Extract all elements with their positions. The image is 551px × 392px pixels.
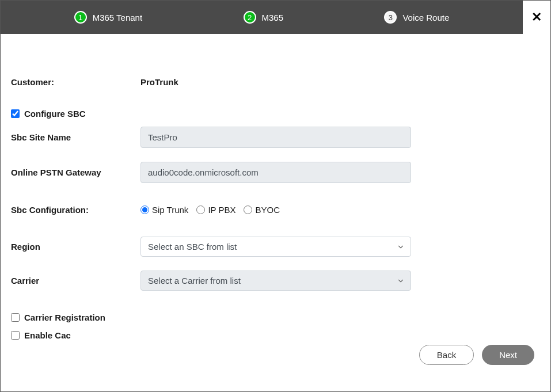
sbc-config-row: Sbc Configuration: Sip Trunk IP PBX BYOC [11,205,540,215]
step-label: Voice Route [402,13,449,22]
step-badge-1: 1 [74,11,87,24]
pstn-gateway-label: Online PSTN Gateway [11,168,140,177]
wizard-header: 1 M365 Tenant 2 M365 3 Voice Route ✕ [1,1,550,34]
wizard-steps: 1 M365 Tenant 2 M365 3 Voice Route [1,11,523,24]
back-button[interactable]: Back [419,345,474,365]
configure-sbc-row: Configure SBC [11,109,540,119]
sbc-site-name-label: Sbc Site Name [11,132,140,142]
footer-buttons: Back Next [419,345,534,365]
close-button[interactable]: ✕ [523,1,550,34]
configure-sbc-checkbox[interactable] [11,109,20,118]
pstn-gateway-row: Online PSTN Gateway [11,162,540,183]
sbc-site-name-row: Sbc Site Name [11,127,540,148]
step-badge-3: 3 [384,11,397,24]
ip-pbx-radio[interactable] [196,205,205,214]
sbc-config-radio-group: Sip Trunk IP PBX BYOC [140,205,411,215]
pstn-gateway-input[interactable] [140,162,411,183]
step-m365-tenant[interactable]: 1 M365 Tenant [74,11,142,24]
byoc-label[interactable]: BYOC [255,205,280,215]
enable-cac-row: Enable Cac [11,330,540,340]
carrier-row: Carrier Select a Carrier from list [11,271,540,291]
step-voice-route[interactable]: 3 Voice Route [384,11,449,24]
customer-row: Customer: ProTrunk [11,77,540,87]
region-select[interactable]: Select an SBC from list [140,237,411,257]
step-label: M365 Tenant [93,13,142,22]
byoc-radio[interactable] [244,205,252,214]
enable-cac-checkbox[interactable] [11,331,20,340]
enable-cac-label[interactable]: Enable Cac [24,330,71,340]
configure-sbc-label[interactable]: Configure SBC [24,109,86,119]
customer-value: ProTrunk [140,77,178,87]
sip-trunk-label[interactable]: Sip Trunk [152,205,188,215]
carrier-select[interactable]: Select a Carrier from list [140,271,411,291]
carrier-label: Carrier [11,276,140,286]
step-label: M365 [262,13,284,22]
sbc-site-name-input[interactable] [140,127,411,148]
carrier-registration-checkbox[interactable] [11,313,20,322]
sbc-config-label: Sbc Configuration: [11,205,140,215]
step-m365[interactable]: 2 M365 [244,11,284,24]
region-row: Region Select an SBC from list [11,237,540,257]
customer-label: Customer: [11,77,140,87]
form-content: Customer: ProTrunk Configure SBC Sbc Sit… [1,34,550,359]
step-badge-2: 2 [244,11,256,24]
carrier-registration-label[interactable]: Carrier Registration [24,313,105,322]
ip-pbx-label[interactable]: IP PBX [208,205,235,215]
carrier-registration-row: Carrier Registration [11,313,540,322]
region-label: Region [11,242,140,252]
close-icon: ✕ [531,10,542,25]
next-button[interactable]: Next [482,345,534,365]
sip-trunk-radio[interactable] [140,205,149,214]
